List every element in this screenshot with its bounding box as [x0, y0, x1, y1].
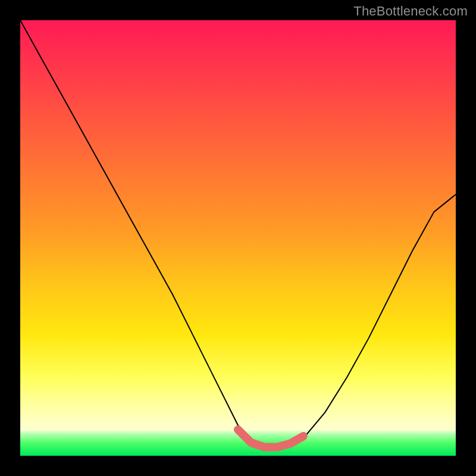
chart-svg [20, 20, 456, 456]
watermark-text: TheBottleneck.com [353, 4, 468, 19]
bottleneck-curve-line [20, 20, 456, 447]
chart-plot-area [20, 20, 456, 456]
optimal-zone-line [238, 430, 303, 447]
